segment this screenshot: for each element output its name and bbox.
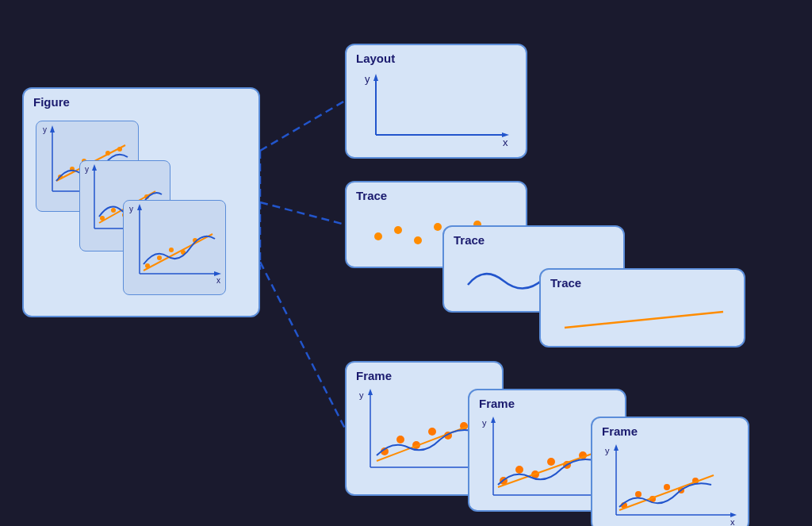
svg-point-47 bbox=[374, 232, 382, 240]
svg-point-48 bbox=[394, 226, 402, 234]
layout-title: Layout bbox=[356, 52, 395, 65]
svg-text:y: y bbox=[85, 165, 89, 174]
figure-title: Figure bbox=[33, 95, 70, 109]
svg-text:y: y bbox=[43, 125, 47, 134]
svg-text:x: x bbox=[730, 517, 735, 526]
svg-point-36 bbox=[157, 255, 162, 260]
mini-chart-3: y x bbox=[123, 200, 226, 295]
svg-point-77 bbox=[547, 458, 555, 466]
frame-title-3: Frame bbox=[602, 424, 638, 438]
svg-marker-56 bbox=[368, 389, 373, 395]
svg-text:x: x bbox=[216, 276, 220, 285]
trace-box-3: Trace bbox=[539, 268, 745, 347]
svg-point-90 bbox=[664, 484, 670, 490]
svg-point-75 bbox=[515, 466, 523, 474]
svg-marker-82 bbox=[614, 444, 619, 451]
svg-line-80 bbox=[498, 451, 599, 487]
figure-content: y x bbox=[36, 121, 250, 307]
svg-line-93 bbox=[619, 475, 714, 510]
svg-text:y: y bbox=[359, 390, 364, 400]
svg-line-40 bbox=[144, 234, 213, 271]
frame-title-2: Frame bbox=[479, 397, 515, 410]
svg-line-54 bbox=[565, 312, 723, 328]
frame-box-3: Frame y x bbox=[591, 417, 749, 526]
svg-text:y: y bbox=[365, 73, 370, 85]
svg-text:y: y bbox=[129, 205, 133, 213]
svg-line-67 bbox=[377, 421, 481, 461]
trace-title-2: Trace bbox=[454, 233, 485, 247]
svg-point-62 bbox=[396, 436, 404, 443]
svg-line-1 bbox=[260, 202, 345, 225]
svg-point-24 bbox=[111, 208, 116, 213]
svg-point-49 bbox=[414, 236, 422, 244]
figure-box: Figure y x bbox=[22, 87, 260, 317]
svg-marker-18 bbox=[92, 164, 97, 171]
svg-marker-69 bbox=[491, 417, 496, 423]
trace-title-1: Trace bbox=[356, 189, 387, 202]
svg-line-0 bbox=[260, 101, 345, 151]
svg-marker-42 bbox=[373, 74, 378, 81]
svg-point-37 bbox=[169, 248, 174, 252]
svg-text:x: x bbox=[503, 136, 508, 148]
diagram: Figure y x bbox=[0, 0, 812, 526]
frame-chart-3: y x bbox=[599, 443, 743, 526]
layout-box: Layout y x bbox=[345, 44, 527, 159]
layout-chart: y x bbox=[358, 73, 517, 148]
svg-line-2 bbox=[260, 262, 345, 428]
svg-point-64 bbox=[428, 428, 436, 436]
trace-line bbox=[557, 300, 731, 336]
frame-title-1: Frame bbox=[356, 369, 392, 382]
svg-point-88 bbox=[635, 491, 642, 497]
svg-marker-5 bbox=[50, 125, 55, 132]
svg-text:y: y bbox=[482, 418, 487, 428]
svg-text:y: y bbox=[605, 446, 610, 455]
trace-title-3: Trace bbox=[550, 276, 581, 290]
svg-point-50 bbox=[434, 223, 442, 231]
svg-marker-30 bbox=[137, 204, 142, 210]
